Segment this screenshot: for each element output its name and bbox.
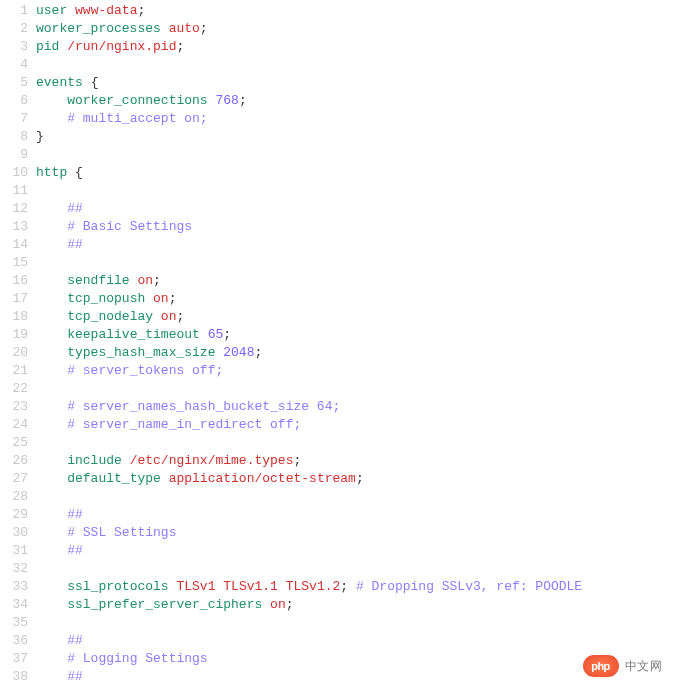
- token-kw: sendfile: [67, 273, 129, 288]
- token-txt: ;: [340, 579, 356, 594]
- token-txt: [36, 363, 67, 378]
- code-content: ##: [36, 542, 674, 560]
- code-content: # SSL Settings: [36, 524, 674, 542]
- code-line: 3pid /run/nginx.pid;: [0, 38, 674, 56]
- token-kw: pid: [36, 39, 59, 54]
- token-txt: [200, 327, 208, 342]
- line-number: 1: [0, 2, 36, 20]
- token-brace: }: [36, 129, 44, 144]
- token-txt: ;: [223, 327, 231, 342]
- token-val: /etc/nginx/mime.types: [130, 453, 294, 468]
- code-content: # server_tokens off;: [36, 362, 674, 380]
- token-kw: include: [67, 453, 122, 468]
- code-line: 5events {: [0, 74, 674, 92]
- line-number: 34: [0, 596, 36, 614]
- token-val: TLSv1: [176, 579, 215, 594]
- watermark-text: 中文网: [625, 657, 663, 675]
- token-num: 2048: [223, 345, 254, 360]
- line-number: 5: [0, 74, 36, 92]
- token-txt: ;: [169, 291, 177, 306]
- token-cmt: ##: [67, 201, 83, 216]
- token-kw: ssl_prefer_server_ciphers: [67, 597, 262, 612]
- code-line: 18 tcp_nodelay on;: [0, 308, 674, 326]
- token-txt: ;: [286, 597, 294, 612]
- token-val: on: [161, 309, 177, 324]
- line-number: 36: [0, 632, 36, 650]
- code-line: 32: [0, 560, 674, 578]
- code-content: # Basic Settings: [36, 218, 674, 236]
- line-number: 28: [0, 488, 36, 506]
- line-number: 24: [0, 416, 36, 434]
- code-content: ##: [36, 632, 674, 650]
- code-line: 4: [0, 56, 674, 74]
- token-cmt: # Dropping SSLv3, ref: POODLE: [356, 579, 582, 594]
- line-number: 21: [0, 362, 36, 380]
- code-content: ##: [36, 200, 674, 218]
- token-txt: ;: [293, 453, 301, 468]
- token-cmt: # server_name_in_redirect off;: [67, 417, 301, 432]
- code-content: ssl_protocols TLSv1 TLSv1.1 TLSv1.2; # D…: [36, 578, 674, 596]
- token-val: /run/nginx.pid: [67, 39, 176, 54]
- token-txt: [67, 165, 75, 180]
- token-val: on: [153, 291, 169, 306]
- token-txt: [145, 291, 153, 306]
- token-txt: [36, 507, 67, 522]
- code-line: 10http {: [0, 164, 674, 182]
- token-kw: types_hash_max_size: [67, 345, 215, 360]
- token-kw: http: [36, 165, 67, 180]
- code-content: user www-data;: [36, 2, 674, 20]
- code-line: 38 ##: [0, 668, 674, 685]
- token-txt: ;: [356, 471, 364, 486]
- code-content: worker_processes auto;: [36, 20, 674, 38]
- token-txt: [36, 633, 67, 648]
- token-cmt: # server_names_hash_bucket_size 64;: [67, 399, 340, 414]
- code-line: 15: [0, 254, 674, 272]
- code-line: 29 ##: [0, 506, 674, 524]
- code-line: 34 ssl_prefer_server_ciphers on;: [0, 596, 674, 614]
- token-kw: worker_processes: [36, 21, 161, 36]
- token-txt: [36, 201, 67, 216]
- code-line: 28: [0, 488, 674, 506]
- token-cmt: # server_tokens off;: [67, 363, 223, 378]
- token-txt: [36, 309, 67, 324]
- line-number: 3: [0, 38, 36, 56]
- line-number: 19: [0, 326, 36, 344]
- line-number: 11: [0, 182, 36, 200]
- code-content: events {: [36, 74, 674, 92]
- token-txt: [36, 93, 67, 108]
- code-content: ##: [36, 236, 674, 254]
- line-number: 18: [0, 308, 36, 326]
- line-number: 12: [0, 200, 36, 218]
- token-txt: [36, 327, 67, 342]
- token-txt: [36, 597, 67, 612]
- token-txt: [36, 651, 67, 666]
- token-val: www-data: [75, 3, 137, 18]
- token-txt: [262, 597, 270, 612]
- line-number: 25: [0, 434, 36, 452]
- line-number: 27: [0, 470, 36, 488]
- token-val: TLSv1.2: [286, 579, 341, 594]
- line-number: 37: [0, 650, 36, 668]
- token-num: 768: [215, 93, 238, 108]
- code-line: 26 include /etc/nginx/mime.types;: [0, 452, 674, 470]
- token-val: on: [270, 597, 286, 612]
- token-txt: [36, 237, 67, 252]
- token-kw: tcp_nopush: [67, 291, 145, 306]
- code-content: # multi_accept on;: [36, 110, 674, 128]
- token-cmt: ##: [67, 633, 83, 648]
- token-txt: [36, 543, 67, 558]
- token-txt: [83, 75, 91, 90]
- code-content: }: [36, 128, 674, 146]
- token-kw: ssl_protocols: [67, 579, 168, 594]
- token-brace: {: [75, 165, 83, 180]
- token-txt: ;: [200, 21, 208, 36]
- token-txt: [36, 669, 67, 684]
- line-number: 6: [0, 92, 36, 110]
- token-txt: [36, 345, 67, 360]
- code-content: http {: [36, 164, 674, 182]
- token-kw: tcp_nodelay: [67, 309, 153, 324]
- code-content: include /etc/nginx/mime.types;: [36, 452, 674, 470]
- token-cmt: # Basic Settings: [67, 219, 192, 234]
- line-number: 7: [0, 110, 36, 128]
- line-number: 32: [0, 560, 36, 578]
